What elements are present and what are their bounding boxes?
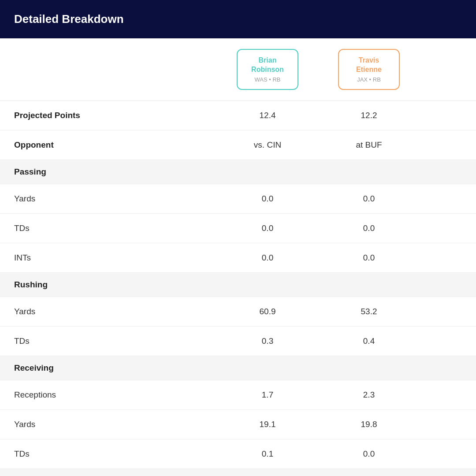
header-title: Detailed Breakdown xyxy=(14,12,124,26)
row-label: INTs xyxy=(14,253,217,263)
row-value-player1: 12.4 xyxy=(217,111,318,120)
row-value-player2: 0.4 xyxy=(318,336,420,346)
table-row: Rushing xyxy=(0,273,476,297)
row-value-player1: 0.0 xyxy=(217,223,318,233)
table-row: Opponentvs. CINat BUF xyxy=(0,130,476,160)
player2-col: Travis Etienne JAX • RB xyxy=(318,49,420,90)
row-value-player1: 0.0 xyxy=(217,194,318,204)
player2-meta: JAX • RB xyxy=(350,76,388,83)
row-label: Yards xyxy=(14,420,217,429)
header: Detailed Breakdown xyxy=(0,0,476,38)
content: Brian Robinson WAS • RB Travis Etienne J… xyxy=(0,38,476,469)
row-value-player1: 1.7 xyxy=(217,390,318,400)
row-value-player2: 53.2 xyxy=(318,307,420,316)
row-label: TDs xyxy=(14,449,217,459)
player1-meta: WAS • RB xyxy=(248,76,287,83)
row-value-player1: 0.3 xyxy=(217,336,318,346)
row-value-player2: 12.2 xyxy=(318,111,420,120)
table-row: INTs0.00.0 xyxy=(0,243,476,273)
row-value-player2: 0.0 xyxy=(318,194,420,204)
table-row: Receiving xyxy=(0,356,476,380)
player2-card: Travis Etienne JAX • RB xyxy=(338,49,400,90)
row-label: TDs xyxy=(14,336,217,346)
row-value-player1: 0.1 xyxy=(217,449,318,459)
player-header-row: Brian Robinson WAS • RB Travis Etienne J… xyxy=(0,38,476,101)
row-value-player2: 2.3 xyxy=(318,390,420,400)
table-row: Projected Points12.412.2 xyxy=(0,101,476,130)
row-label: Receptions xyxy=(14,390,217,400)
row-value-player2: 0.0 xyxy=(318,223,420,233)
row-value-player2: 0.0 xyxy=(318,253,420,263)
row-label: Opponent xyxy=(14,140,217,150)
player1-col: Brian Robinson WAS • RB xyxy=(217,49,318,90)
row-value-player1: 0.0 xyxy=(217,253,318,263)
player1-card: Brian Robinson WAS • RB xyxy=(237,49,298,90)
row-value-player2: 0.0 xyxy=(318,449,420,459)
row-label: Yards xyxy=(14,307,217,316)
row-label: Rushing xyxy=(14,280,217,290)
row-value-player1: 60.9 xyxy=(217,307,318,316)
row-value-player1: vs. CIN xyxy=(217,140,318,150)
row-label: Projected Points xyxy=(14,111,217,120)
table-row: Yards19.119.8 xyxy=(0,410,476,439)
row-label: Receiving xyxy=(14,363,217,373)
table-body: Projected Points12.412.2Opponentvs. CINa… xyxy=(0,101,476,469)
table-row: Yards60.953.2 xyxy=(0,297,476,327)
row-label: Passing xyxy=(14,167,217,177)
player1-name: Brian Robinson xyxy=(248,56,287,74)
table-row: Receptions1.72.3 xyxy=(0,380,476,410)
row-value-player1: 19.1 xyxy=(217,420,318,429)
table-row: Passing xyxy=(0,160,476,184)
row-value-player2: at BUF xyxy=(318,140,420,150)
row-value-player2: 19.8 xyxy=(318,420,420,429)
row-label: TDs xyxy=(14,223,217,233)
table-row: TDs0.10.0 xyxy=(0,439,476,469)
table-row: Yards0.00.0 xyxy=(0,184,476,214)
player2-name: Travis Etienne xyxy=(350,56,388,74)
row-label: Yards xyxy=(14,194,217,204)
table-row: TDs0.30.4 xyxy=(0,327,476,356)
table-row: TDs0.00.0 xyxy=(0,214,476,243)
